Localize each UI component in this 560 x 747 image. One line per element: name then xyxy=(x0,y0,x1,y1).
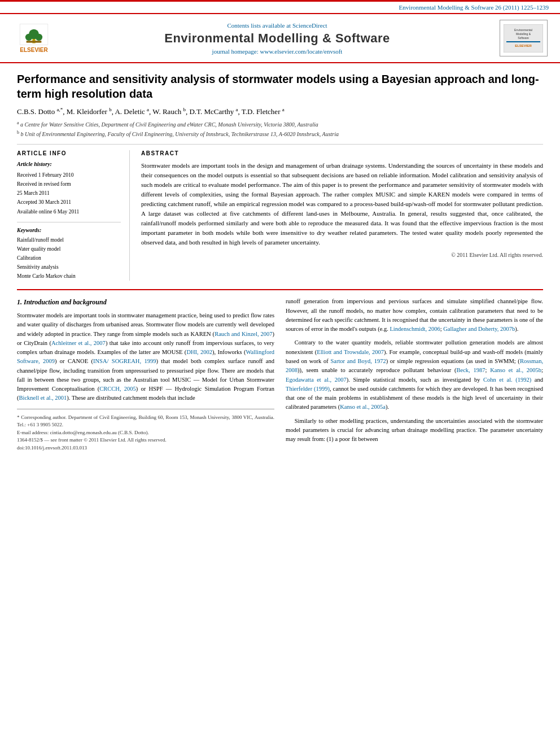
ref-insa[interactable]: INSA/ SOGREAH, 1999 xyxy=(93,358,156,364)
abstract-body: Stormwater models are important tools in… xyxy=(141,162,543,246)
ref-rauch[interactable]: Rauch and Kinzel, 2007 xyxy=(215,331,272,337)
journal-homepage: journal homepage: www.elsevier.com/locat… xyxy=(62,48,492,55)
body-para-right-1: runoff generation from impervious and pe… xyxy=(286,297,543,334)
keywords-list: Rainfall/runoff model Water quality mode… xyxy=(17,235,121,281)
received-revised-date: Received in revised formReceived in revi… xyxy=(17,180,121,198)
ref-beck[interactable]: Beck, 1987 xyxy=(457,367,485,373)
svg-rect-6 xyxy=(27,41,42,43)
keywords-section: Keywords: Rainfall/runoff model Water qu… xyxy=(17,222,121,281)
affiliations: a a Centre for Water Sensitive Cities, D… xyxy=(17,120,543,138)
article-info-abstract: ARTICLE INFO Article history: Received 1… xyxy=(17,144,543,281)
affiliation-b: b b Unit of Environmental Engineering, F… xyxy=(17,129,543,138)
journal-title: Environmental Modelling & Software xyxy=(62,31,492,46)
abstract-col: ABSTRACT Stormwater models are important… xyxy=(141,150,543,281)
abstract-heading: ABSTRACT xyxy=(141,150,543,156)
keyword-5: Monte Carlo Markov chain xyxy=(17,272,121,281)
keyword-4: Sensitivity analysis xyxy=(17,263,121,272)
journal-brand-box: Environmental Modelling & Software ELSEV… xyxy=(500,20,548,56)
article-info-col: ARTICLE INFO Article history: Received 1… xyxy=(17,150,130,281)
svg-text:Modelling &: Modelling & xyxy=(516,32,531,36)
ref-thierfelder[interactable]: Thierfelder (1999) xyxy=(286,386,330,392)
footnote-doi: doi:10.1016/j.envsoft.2011.03.013 xyxy=(17,444,274,452)
history-label: Article history: xyxy=(17,161,121,167)
ref-kanso2005a[interactable]: Kanso et al., 2005a xyxy=(340,404,386,410)
abstract-text: Stormwater models are important tools in… xyxy=(141,161,543,247)
svg-rect-11 xyxy=(506,41,540,42)
affiliation-a: a a Centre for Water Sensitive Cities, D… xyxy=(17,120,543,129)
contents-text: Contents lists available at xyxy=(227,22,291,29)
journal-citation: Environmental Modelling & Software 26 (2… xyxy=(399,4,549,11)
keywords-label: Keywords: xyxy=(17,227,121,233)
svg-point-4 xyxy=(25,34,32,41)
svg-text:ELSEVIER: ELSEVIER xyxy=(515,44,532,47)
ref-gallagher[interactable]: Gallagher and Doherty, 2007b xyxy=(443,326,515,332)
ref-crcch[interactable]: CRCCH, 2005 xyxy=(99,386,135,392)
keyword-3: Calibration xyxy=(17,254,121,263)
ref-achleitner[interactable]: Achleitner et al., 2007 xyxy=(51,340,106,346)
header-logo-right: Environmental Modelling & Software ELSEV… xyxy=(498,20,549,56)
sciencedirect-link[interactable]: ScienceDirect xyxy=(292,22,327,29)
svg-text:Environmental: Environmental xyxy=(514,28,532,32)
ref-egodawatta[interactable]: Egodawatta et al., 2007 xyxy=(286,377,347,383)
homepage-text: journal homepage: www.elsevier.com/locat… xyxy=(212,48,343,55)
header-area: ELSEVIER Contents lists available at Sci… xyxy=(0,14,560,63)
keyword-1: Rainfall/runoff model xyxy=(17,235,121,244)
ref-bicknell[interactable]: Bicknell et al., 2001 xyxy=(19,395,67,401)
contents-line: Contents lists available at ScienceDirec… xyxy=(62,22,492,29)
page: Environmental Modelling & Software 26 (2… xyxy=(0,0,560,747)
ref-elliott[interactable]: Elliott and Trowsdale, 2007 xyxy=(317,349,384,355)
footnote-area: * Corresponding author. Department of Ci… xyxy=(17,409,274,452)
ref-kanso2005b[interactable]: Kanso et al., 2005b xyxy=(490,367,541,373)
body-para-right-2: Contrary to the water quantity models, r… xyxy=(286,338,543,412)
received-date: Received 1 February 2010 xyxy=(17,171,121,180)
section1-heading: 1. Introduction and background xyxy=(17,297,274,308)
accepted-date: Accepted 30 March 2011 xyxy=(17,198,121,207)
copyright-line: © 2011 Elsevier Ltd. All rights reserved… xyxy=(141,252,543,258)
body-para-right-3: Similarly to other modelling practices, … xyxy=(286,417,543,444)
body-col-left: 1. Introduction and background Stormwate… xyxy=(17,297,274,452)
article-title: Performance and sensitivity analysis of … xyxy=(17,72,543,101)
header-center: Contents lists available at ScienceDirec… xyxy=(62,22,492,55)
elsevier-text: ELSEVIER xyxy=(20,47,47,53)
authors: C.B.S. Dotto a,*, M. Kleidorfer b, A. De… xyxy=(17,107,543,116)
ref-cohn[interactable]: Cohn et al. (1992) xyxy=(483,377,531,383)
elsevier-logo: ELSEVIER xyxy=(11,23,56,53)
ref-dhi[interactable]: DHI, 2002 xyxy=(186,349,212,355)
body-content: 1. Introduction and background Stormwate… xyxy=(17,289,543,452)
journal-bar: Environmental Modelling & Software 26 (2… xyxy=(0,2,560,14)
available-date: Available online 6 May 2011 xyxy=(17,207,121,216)
footnote-corresponding: * Corresponding author. Department of Ci… xyxy=(17,414,274,429)
ref-sartor[interactable]: Sartor and Boyd, 1972 xyxy=(330,358,386,364)
authors-text: C.B.S. Dotto a,*, M. Kleidorfer b, A. De… xyxy=(17,107,285,116)
svg-point-5 xyxy=(36,34,42,41)
keyword-2: Water quality model xyxy=(17,244,121,254)
body-para-1: Stormwater models are important tools in… xyxy=(17,311,274,403)
article-history: Received 1 February 2010 Received in rev… xyxy=(17,171,121,216)
article-info-heading: ARTICLE INFO xyxy=(17,150,121,156)
svg-text:Software: Software xyxy=(518,36,529,40)
footnote-email: E-mail address: cintia.dotto@eng.monash.… xyxy=(17,429,274,437)
header-logo-left: ELSEVIER xyxy=(11,23,56,53)
body-col-right: runoff generation from impervious and pe… xyxy=(286,297,543,452)
footnote-issn: 1364-8152/$ — see front matter © 2011 El… xyxy=(17,436,274,444)
ref-lindenschmidt[interactable]: Lindenschmidt, 2006 xyxy=(390,326,440,332)
main-content: Performance and sensitivity analysis of … xyxy=(0,63,560,463)
